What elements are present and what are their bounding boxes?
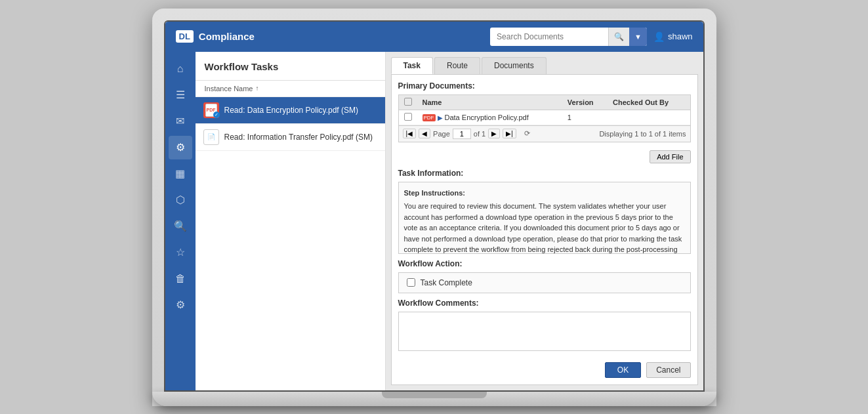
task-item-label: Read: Information Transfer Policy.pdf (S… [224, 133, 373, 142]
user-menu[interactable]: 👤 shawn [653, 31, 693, 42]
doc-version-cell: 1 [562, 110, 608, 125]
detail-panel: Task Route Documents Primary Documents: [386, 52, 703, 390]
pdf-badge-icon: PDF [423, 114, 436, 121]
search-area: 🔍 ▼ [490, 28, 647, 46]
logo-badge: DL [176, 30, 194, 43]
task-item-label: Read: Data Encryption Policy.pdf (SM) [224, 106, 359, 115]
task-complete-checkbox[interactable] [407, 278, 415, 287]
primary-documents-label: Primary Documents: [398, 81, 691, 91]
col-checked-out-by: Checked Out By [608, 95, 690, 110]
tab-task[interactable]: Task [391, 57, 433, 74]
search-input[interactable] [490, 32, 608, 41]
sidebar-item-network[interactable]: ⬡ [169, 188, 192, 212]
page-label: Page [433, 130, 450, 138]
search-dropdown-button[interactable]: ▼ [629, 28, 647, 46]
task-info-box: Step Instructions: You are required to r… [398, 182, 691, 254]
next-page-button[interactable]: ▶ [488, 129, 500, 138]
doc-filename: Data Encryption Policy.pdf [445, 114, 529, 121]
pagination-bar: |◀ ◀ Page of 1 ▶ ▶| ⟳ Displaying 1 to 1 … [399, 125, 690, 142]
app-header: DL Compliance 🔍 ▼ 👤 shawn [165, 22, 703, 52]
ok-button[interactable]: OK [605, 362, 641, 378]
row-checkbox[interactable] [404, 113, 412, 121]
sidebar-item-settings[interactable]: ⚙ [169, 136, 192, 159]
task-info-section: Task Information: Step Instructions: You… [398, 169, 691, 254]
app-body: ⌂ ☰ ✉ ⚙ ▦ ⬡ 🔍 ☆ 🗑 ⚙ Workflow T [165, 52, 703, 390]
task-complete-text: Task Complete [421, 278, 472, 287]
sidebar-item-home[interactable]: ⌂ [169, 57, 192, 81]
task-panel-title: Workflow Tasks [205, 61, 376, 72]
cancel-button[interactable]: Cancel [646, 362, 690, 378]
doc-checked-out-cell [608, 110, 690, 125]
task-complete-label[interactable]: Task Complete [407, 278, 682, 287]
task-panel-subheader: Instance Name ↑ [196, 81, 385, 97]
user-name: shawn [668, 31, 693, 41]
col-name: Name [417, 95, 562, 110]
main-content: Workflow Tasks Instance Name ↑ [196, 52, 703, 390]
sidebar-item-favorites[interactable]: ☆ [169, 241, 192, 264]
workflow-action-section: Workflow Action: Task Complete [398, 259, 691, 293]
app-title: Compliance [199, 31, 255, 42]
sidebar-item-mail[interactable]: ✉ [169, 110, 192, 133]
sidebar-item-documents[interactable]: ☰ [169, 83, 192, 107]
sidebar-item-search[interactable]: 🔍 [169, 215, 192, 238]
sort-icon: ↑ [255, 85, 258, 92]
add-file-button[interactable]: Add File [650, 150, 690, 163]
task-pdf-icon: PDF ✓ [203, 102, 219, 118]
select-all-checkbox[interactable] [404, 98, 412, 106]
step-instructions-text: You are required to review this document… [404, 201, 685, 254]
search-bar[interactable]: 🔍 ▼ [490, 28, 647, 46]
detail-content: Primary Documents: Name Version Checke [391, 74, 698, 385]
task-information-label: Task Information: [398, 169, 691, 178]
logo-area: DL Compliance [176, 30, 255, 43]
sidebar-item-filter[interactable]: ⚙ [169, 293, 192, 317]
workflow-action-label: Workflow Action: [398, 259, 691, 268]
workflow-comments-section: Workflow Comments: [398, 299, 691, 353]
last-page-button[interactable]: ▶| [503, 129, 516, 138]
documents-table: Name Version Checked Out By [399, 95, 690, 125]
doc-name-cell: PDF ▶ Data Encryption Policy.pdf [417, 110, 562, 125]
page-input[interactable] [453, 129, 471, 139]
sidebar: ⌂ ☰ ✉ ⚙ ▦ ⬡ 🔍 ☆ 🗑 ⚙ [165, 52, 196, 390]
user-icon: 👤 [653, 31, 665, 42]
refresh-icon[interactable]: ⟳ [524, 129, 530, 138]
arrow-icon: ▶ [438, 114, 443, 121]
task-item[interactable]: PDF ✓ Read: Data Encryption Policy.pdf (… [196, 97, 385, 124]
workflow-action-box: Task Complete [398, 272, 691, 293]
add-file-area: Add File [398, 148, 691, 169]
action-buttons: OK Cancel [398, 360, 691, 378]
search-submit-button[interactable]: 🔍 [608, 28, 629, 46]
documents-table-wrap: Name Version Checked Out By [398, 94, 691, 142]
instance-name-label: Instance Name [205, 85, 253, 93]
prev-page-button[interactable]: ◀ [419, 129, 430, 138]
col-version: Version [562, 95, 608, 110]
workflow-comments-label: Workflow Comments: [398, 299, 691, 308]
task-panel: Workflow Tasks Instance Name ↑ [196, 52, 386, 390]
task-doc-icon: 📄 [203, 129, 219, 145]
sidebar-item-trash[interactable]: 🗑 [169, 267, 192, 291]
sidebar-item-chart[interactable]: ▦ [169, 162, 192, 186]
tabs-bar: Task Route Documents [391, 57, 698, 74]
task-panel-header: Workflow Tasks [196, 52, 385, 81]
workflow-comments-textarea[interactable] [398, 312, 691, 351]
tab-route[interactable]: Route [434, 57, 480, 74]
pagination-info: Displaying 1 to 1 of 1 items [599, 130, 686, 138]
task-list: PDF ✓ Read: Data Encryption Policy.pdf (… [196, 97, 385, 390]
task-item[interactable]: 📄 Read: Information Transfer Policy.pdf … [196, 124, 385, 151]
tab-documents[interactable]: Documents [482, 57, 547, 74]
table-row: PDF ▶ Data Encryption Policy.pdf 1 [399, 110, 690, 125]
step-instructions-label: Step Instructions: [404, 188, 685, 199]
first-page-button[interactable]: |◀ [403, 129, 417, 138]
of-label: of 1 [474, 130, 486, 138]
